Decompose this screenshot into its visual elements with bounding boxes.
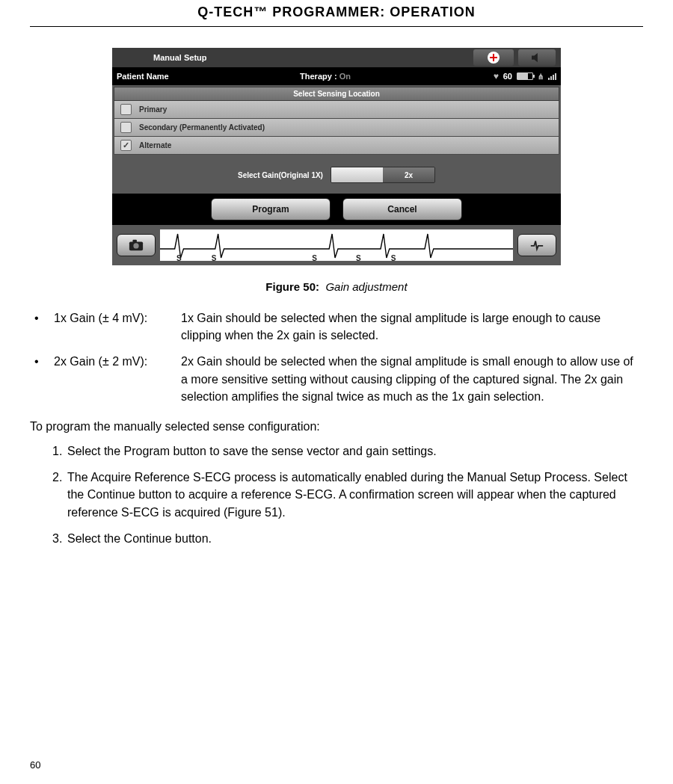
therapy-value: On <box>339 72 351 81</box>
shock-button[interactable] <box>473 49 514 66</box>
marker: S <box>391 254 396 261</box>
bullet-term: 1x Gain (± 4 mV): <box>54 309 181 344</box>
svg-point-3 <box>133 243 138 248</box>
svg-rect-2 <box>132 240 136 243</box>
patient-name-label: Patient Name <box>117 72 206 81</box>
speaker-icon <box>530 52 544 63</box>
marker: S <box>212 254 217 261</box>
gain-toggle-right: 2x <box>383 167 434 182</box>
status-bar: Patient Name Therapy : On ♥ 60 ⋔ <box>112 67 561 85</box>
checkbox-unchecked-icon <box>120 122 132 133</box>
step-text: The Acquire Reference S-ECG process is a… <box>67 469 643 521</box>
ecg-strip: S S S S S <box>160 229 513 261</box>
snapshot-button[interactable] <box>117 234 156 256</box>
gain-toggle[interactable]: 2x <box>331 167 435 183</box>
battery-icon <box>517 72 533 80</box>
gain-description-list: • 1x Gain (± 4 mV): 1x Gain should be se… <box>30 309 643 405</box>
checkbox-checked-icon: ✓ <box>120 140 132 151</box>
cancel-button[interactable]: Cancel <box>342 198 462 220</box>
option-alternate[interactable]: ✓ Alternate <box>114 137 559 155</box>
steps-list: 1. Select the Program button to save the… <box>30 442 643 547</box>
step-number: 3. <box>30 530 67 547</box>
sensing-header: Select Sensing Location <box>114 87 559 101</box>
screen-title: Manual Setup <box>112 48 473 67</box>
signal-icon <box>548 72 556 80</box>
step-number: 2. <box>30 469 67 521</box>
figure-caption: Figure 50: Gain adjustment <box>30 280 643 293</box>
link-icon: ⋔ <box>538 72 544 81</box>
page-number: 60 <box>30 759 40 771</box>
checkbox-unchecked-icon <box>120 104 132 115</box>
programmer-screenshot: Manual Setup Patient Name Therapy : On <box>112 48 561 265</box>
option-primary-label: Primary <box>139 105 167 114</box>
bullet-term: 2x Gain (± 2 mV): <box>54 353 181 405</box>
marker: S <box>176 254 182 261</box>
ecg-icon <box>529 238 544 252</box>
option-primary[interactable]: Primary <box>114 101 559 119</box>
marker: S <box>356 254 361 261</box>
plus-icon <box>488 52 500 64</box>
gain-label: Select Gain(Original 1X) <box>238 171 323 179</box>
program-button[interactable]: Program <box>211 198 331 220</box>
option-alternate-label: Alternate <box>139 141 171 149</box>
step-text: Select the Program button to save the se… <box>67 442 643 460</box>
bullet-desc: 1x Gain should be selected when the sign… <box>181 309 643 344</box>
option-secondary[interactable]: Secondary (Permanently Activated) <box>114 119 559 137</box>
section-header: Q-TECH™ PROGRAMMER: OPERATION <box>30 0 643 27</box>
camera-icon <box>129 238 144 252</box>
heart-rate: 60 <box>503 72 512 81</box>
option-secondary-label: Secondary (Permanently Activated) <box>139 123 265 132</box>
steps-intro: To program the manually selected sense c… <box>30 420 643 433</box>
step-text: Select the Continue button. <box>67 530 643 547</box>
svg-marker-0 <box>532 53 538 62</box>
ecg-markers: S S S S S <box>160 254 513 261</box>
therapy-label: Therapy : <box>300 72 337 81</box>
gain-toggle-left <box>331 167 383 182</box>
ecg-display-button[interactable] <box>517 234 556 256</box>
step-number: 1. <box>30 442 67 460</box>
sound-button[interactable] <box>518 49 556 66</box>
marker: S <box>312 254 317 261</box>
heart-icon: ♥ <box>494 71 499 81</box>
bullet-desc: 2x Gain should be selected when the sign… <box>181 353 643 405</box>
